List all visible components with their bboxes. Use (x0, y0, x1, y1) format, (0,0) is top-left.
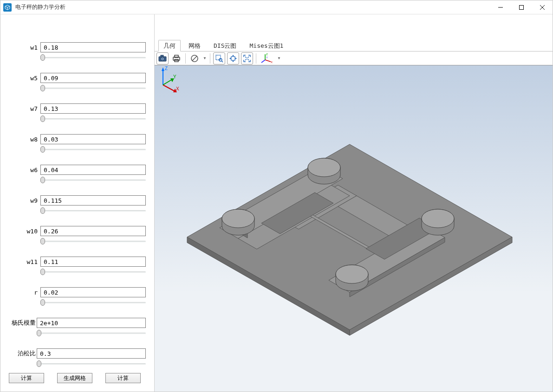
param-input-w10[interactable] (40, 226, 146, 236)
param-row-w5: w5 (9, 73, 146, 100)
svg-rect-16 (231, 57, 235, 60)
param-label: w10 (9, 228, 40, 235)
param-label: w1 (9, 44, 40, 51)
compute-button-1[interactable]: 计算 (9, 373, 44, 383)
close-button[interactable] (532, 0, 553, 14)
svg-point-40 (222, 209, 254, 228)
param-slider-w6[interactable] (40, 177, 146, 183)
triad-y-label: Y (173, 74, 176, 79)
param-row-w1: w1 (9, 42, 146, 69)
param-label: w8 (9, 136, 40, 143)
triad-z-label: Z (165, 66, 168, 71)
param-label: w7 (9, 105, 40, 112)
param-slider-w8[interactable] (40, 146, 146, 153)
no-entry-icon[interactable] (189, 52, 201, 64)
param-input-w8[interactable] (40, 134, 146, 144)
param-row-poisson: 泊松比 (9, 348, 146, 367)
param-input-w9[interactable] (40, 195, 146, 206)
svg-line-49 (163, 79, 172, 85)
param-row-w11: w11 (9, 257, 146, 283)
svg-rect-1 (519, 5, 523, 9)
compute-button-2[interactable]: 计算 (105, 373, 141, 383)
tab-dis-contour[interactable]: DIS云图 (208, 40, 241, 51)
param-input-w11[interactable] (40, 257, 146, 267)
svg-line-12 (192, 56, 197, 61)
param-row-w9: w9 (9, 195, 146, 222)
3d-viewport[interactable]: Z X Y (155, 65, 553, 392)
param-slider-poisson[interactable] (37, 360, 146, 367)
svg-line-19 (261, 60, 265, 63)
tab-mesh[interactable]: 网格 (183, 40, 206, 51)
param-row-w7: w7 (9, 103, 146, 130)
param-row-w8: w8 (9, 134, 146, 161)
param-label: w11 (9, 258, 40, 265)
param-slider-w11[interactable] (40, 269, 146, 275)
svg-rect-13 (216, 55, 221, 60)
zoom-box-icon[interactable] (213, 52, 225, 64)
param-input-w5[interactable] (40, 73, 146, 83)
tab-mises-contour[interactable]: Mises云图1 (244, 40, 288, 51)
param-row-youngs: 杨氏模量 (9, 318, 146, 345)
dropdown-arrow-icon[interactable]: ▼ (277, 52, 281, 64)
param-label: w6 (9, 167, 40, 174)
param-label: 杨氏模量 (9, 319, 37, 327)
param-slider-youngs[interactable] (37, 330, 146, 336)
param-input-r[interactable] (40, 287, 146, 297)
window-controls (490, 0, 553, 14)
triad-x-label: X (176, 86, 179, 91)
right-panel: 几何 网格 DIS云图 Mises云图1 (155, 14, 553, 392)
svg-text:X: X (271, 61, 273, 64)
param-label: 泊松比 (9, 349, 37, 358)
tab-geometry[interactable]: 几何 (158, 40, 181, 51)
toolbar-separator (256, 53, 256, 64)
param-row-w6: w6 (9, 165, 146, 192)
param-slider-w5[interactable] (40, 85, 146, 91)
param-input-youngs[interactable] (37, 318, 146, 328)
parameter-panel: w1 w5 w7 (0, 14, 155, 392)
axis-orient-icon[interactable]: Z X Y (259, 52, 275, 64)
param-slider-w10[interactable] (40, 238, 146, 244)
param-input-w1[interactable] (40, 42, 146, 52)
print-icon[interactable] (170, 52, 182, 64)
tab-bar: 几何 网格 DIS云图 Mises云图1 (155, 41, 553, 51)
svg-line-18 (265, 60, 271, 62)
param-slider-w1[interactable] (40, 54, 146, 61)
svg-text:Y: Y (266, 56, 268, 59)
orientation-triad: Z X Y (155, 65, 182, 93)
param-row-r: r (9, 287, 146, 314)
toolbar-separator (185, 53, 186, 64)
param-label: w5 (9, 75, 40, 82)
svg-point-7 (162, 58, 163, 59)
dropdown-arrow-icon[interactable]: ▼ (202, 52, 207, 64)
maximize-button[interactable] (511, 0, 532, 14)
pan-icon[interactable] (227, 52, 239, 64)
minimize-button[interactable] (490, 0, 511, 14)
model-render (155, 65, 553, 392)
param-input-poisson[interactable] (37, 348, 146, 359)
generate-mesh-button[interactable]: 生成网格 (57, 373, 92, 383)
window-title: 电子秤的静力学分析 (15, 3, 490, 11)
svg-line-15 (221, 61, 223, 62)
param-slider-w7[interactable] (40, 116, 146, 122)
param-slider-r[interactable] (40, 299, 146, 306)
camera-icon[interactable] (156, 52, 169, 64)
svg-point-42 (422, 209, 454, 228)
param-label: w9 (9, 197, 40, 204)
svg-point-44 (336, 265, 368, 283)
svg-point-38 (308, 158, 340, 177)
param-row-w10: w10 (9, 226, 146, 253)
button-row: 计算 生成网格 计算 (9, 373, 146, 383)
toolbar-separator (210, 53, 210, 64)
viewer-toolbar: ▼ (155, 51, 553, 65)
param-input-w6[interactable] (40, 165, 146, 175)
svg-text:Z: Z (266, 53, 268, 56)
param-slider-w9[interactable] (40, 207, 146, 214)
param-input-w7[interactable] (40, 103, 146, 114)
param-label: r (9, 289, 40, 296)
svg-line-47 (163, 85, 175, 91)
svg-marker-46 (162, 67, 164, 71)
titlebar: 电子秤的静力学分析 (0, 0, 553, 14)
app-icon (3, 3, 12, 12)
svg-rect-5 (161, 55, 163, 57)
fit-extents-icon[interactable] (241, 52, 253, 64)
